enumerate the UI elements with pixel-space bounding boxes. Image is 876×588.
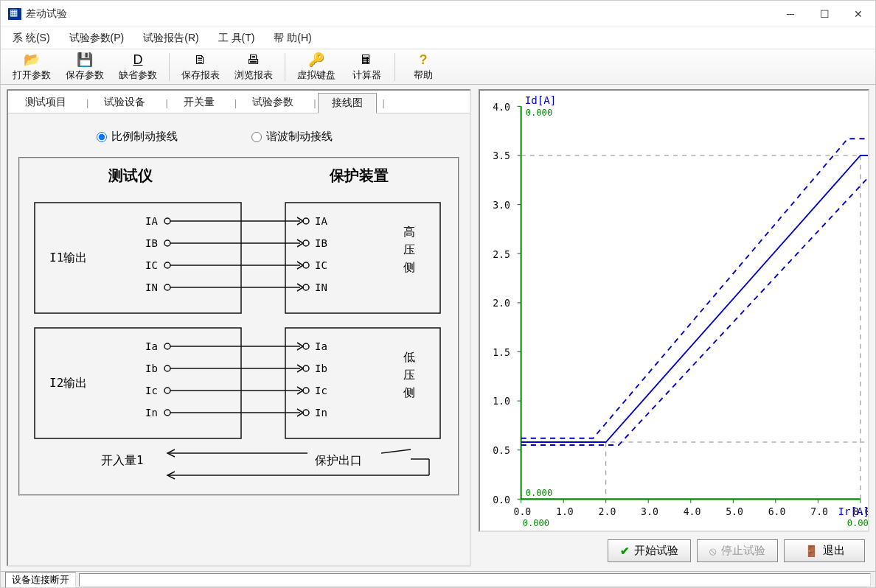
svg-text:高: 高 (403, 225, 415, 239)
svg-text:测试仪: 测试仪 (108, 167, 153, 184)
radio-proportional-label: 比例制动接线 (111, 130, 178, 144)
svg-text:0.000: 0.000 (526, 107, 553, 118)
start-test-button[interactable]: ✔开始试验 (608, 539, 691, 562)
svg-text:5.0: 5.0 (726, 505, 743, 517)
minimize-button[interactable]: ─ (774, 2, 807, 26)
svg-text:侧: 侧 (403, 260, 415, 274)
svg-point-35 (164, 343, 170, 349)
svg-text:3.0: 3.0 (493, 199, 510, 211)
svg-text:4.0: 4.0 (493, 100, 510, 112)
tab-row: 测试项目| 试验设备| 开关量| 试验参数| 接线图| (8, 91, 470, 113)
svg-text:开入量1: 开入量1 (101, 453, 144, 467)
window-title: 差动试验 (26, 7, 774, 21)
save-icon: 💾 (77, 52, 93, 68)
folder-open-icon: 📂 (24, 52, 40, 68)
svg-point-20 (164, 240, 170, 246)
svg-text:IA: IA (145, 215, 158, 227)
svg-text:2.5: 2.5 (493, 248, 510, 259)
menu-tools[interactable]: 工 具(T) (212, 29, 261, 48)
status-text: 设备连接断开 (5, 572, 76, 588)
svg-point-30 (164, 284, 170, 290)
virtual-keyboard-button[interactable]: 🔑虚拟键盘 (291, 50, 341, 83)
browse-report-button[interactable]: 🖶浏览报表 (229, 50, 279, 83)
default-params-button[interactable]: D缺省参数 (113, 50, 163, 83)
svg-text:4.0: 4.0 (684, 505, 701, 517)
close-button[interactable]: ✕ (841, 2, 875, 26)
svg-text:Ib: Ib (145, 363, 158, 374)
svg-text:1.0: 1.0 (556, 505, 574, 517)
save-report-button[interactable]: 🗎保存报表 (175, 50, 226, 83)
svg-text:2.0: 2.0 (493, 297, 510, 309)
svg-text:IC: IC (145, 259, 158, 271)
svg-text:0.0: 0.0 (493, 493, 510, 505)
toolbar: 📂打开参数 💾保存参数 D缺省参数 🗎保存报表 🖶浏览报表 🔑虚拟键盘 🖩计算器… (1, 49, 875, 85)
tab-wiring[interactable]: 接线图 (318, 93, 377, 113)
printer-icon: 🖶 (246, 52, 262, 68)
door-icon: 🚪 (804, 545, 818, 558)
svg-text:I1输出: I1输出 (49, 251, 87, 265)
svg-text:Ic: Ic (315, 385, 327, 396)
tab-test-device[interactable]: 试验设备 (90, 92, 159, 113)
status-bar: 设备连接断开 (1, 571, 875, 587)
svg-text:7.0: 7.0 (810, 505, 828, 517)
menu-help[interactable]: 帮 助(H) (268, 29, 317, 48)
title-bar: 差动试验 ─ ☐ ✕ (1, 1, 875, 27)
tab-test-items[interactable]: 测试项目 (11, 92, 80, 113)
svg-text:IN: IN (145, 281, 158, 293)
svg-text:2.0: 2.0 (599, 505, 616, 517)
help-button[interactable]: ?帮助 (401, 50, 445, 83)
svg-point-25 (164, 262, 170, 268)
maximize-button[interactable]: ☐ (807, 2, 841, 26)
radio-harmonic-label: 谐波制动接线 (266, 130, 333, 144)
svg-text:I2输出: I2输出 (49, 376, 87, 390)
calculator-button[interactable]: 🖩计算器 (344, 50, 389, 83)
menu-report[interactable]: 试验报告(R) (137, 29, 204, 48)
exit-button[interactable]: 🚪退出 (784, 539, 865, 562)
key-icon: 🔑 (308, 52, 324, 68)
svg-text:IC: IC (315, 259, 327, 271)
svg-text:IA: IA (315, 215, 327, 227)
chart: 0.01.02.03.04.05.06.07.08.00.00.51.01.52… (479, 89, 869, 532)
svg-text:压: 压 (403, 368, 415, 382)
open-params-button[interactable]: 📂打开参数 (7, 50, 57, 83)
save-params-button[interactable]: 💾保存参数 (60, 50, 110, 83)
app-icon (8, 8, 21, 20)
svg-line-56 (381, 449, 411, 453)
stop-test-button[interactable]: ⦸停止试验 (697, 539, 778, 562)
default-icon: D (130, 52, 146, 68)
svg-text:IN: IN (315, 281, 327, 293)
svg-text:Ia: Ia (145, 340, 158, 352)
svg-text:6.0: 6.0 (768, 505, 786, 517)
svg-text:0.000: 0.000 (526, 487, 553, 498)
svg-text:压: 压 (403, 242, 415, 256)
svg-text:0.000: 0.000 (847, 517, 868, 528)
radio-harmonic[interactable]: 谐波制动接线 (251, 130, 333, 144)
svg-text:Ic: Ic (145, 385, 158, 396)
svg-point-15 (164, 218, 170, 224)
wiring-diagram: 测试仪保护装置I1输出I2输出高压侧低压侧IAIAIBIBICICININIaI… (18, 157, 459, 496)
tab-test-params[interactable]: 试验参数 (238, 92, 307, 113)
svg-text:In: In (315, 407, 327, 419)
menu-system[interactable]: 系 统(S) (7, 29, 56, 48)
report-save-icon: 🗎 (192, 52, 209, 68)
check-icon: ✔ (620, 545, 630, 558)
help-icon: ? (415, 52, 431, 68)
svg-text:IB: IB (315, 237, 327, 249)
svg-text:3.0: 3.0 (641, 505, 658, 517)
svg-text:保护装置: 保护装置 (329, 167, 389, 184)
svg-text:Id[A]: Id[A] (525, 94, 557, 106)
svg-text:Ir[A]: Ir[A] (838, 505, 868, 517)
svg-text:侧: 侧 (403, 385, 415, 399)
svg-text:低: 低 (403, 350, 415, 364)
svg-point-45 (164, 388, 170, 393)
stop-icon: ⦸ (709, 545, 717, 558)
menu-params[interactable]: 试验参数(P) (63, 29, 131, 48)
svg-text:3.5: 3.5 (493, 150, 510, 161)
svg-text:Ib: Ib (315, 363, 327, 374)
svg-text:1.5: 1.5 (493, 346, 510, 357)
svg-text:0.000: 0.000 (523, 517, 550, 528)
svg-point-50 (164, 410, 170, 416)
tab-switch[interactable]: 开关量 (170, 92, 229, 113)
radio-proportional[interactable]: 比例制动接线 (97, 130, 178, 144)
svg-point-40 (164, 365, 170, 371)
